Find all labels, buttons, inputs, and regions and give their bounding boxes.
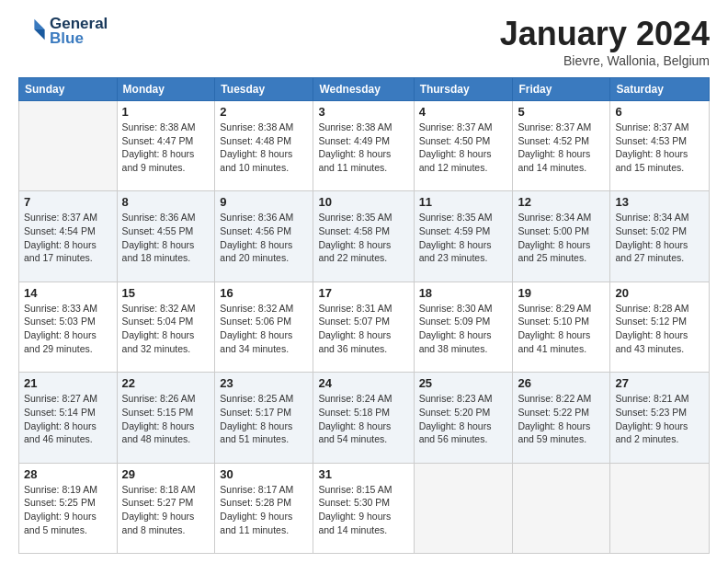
day-number: 12: [518, 195, 605, 209]
calendar-cell: 30Sunrise: 8:17 AMSunset: 5:28 PMDayligh…: [215, 463, 313, 553]
page: General Blue January 2024 Bievre, Wallon…: [0, 0, 728, 563]
calendar-cell: 6Sunrise: 8:37 AMSunset: 4:53 PMDaylight…: [610, 101, 710, 191]
calendar-cell: 1Sunrise: 8:38 AMSunset: 4:47 PMDaylight…: [117, 101, 215, 191]
calendar-cell: [513, 463, 610, 553]
day-info: Sunrise: 8:17 AMSunset: 5:28 PMDaylight:…: [220, 483, 308, 537]
calendar-cell: 7Sunrise: 8:37 AMSunset: 4:54 PMDaylight…: [19, 191, 118, 282]
day-info: Sunrise: 8:36 AMSunset: 4:56 PMDaylight:…: [220, 211, 308, 265]
day-number: 25: [419, 376, 508, 390]
calendar-cell: 11Sunrise: 8:35 AMSunset: 4:59 PMDayligh…: [414, 191, 513, 282]
calendar-cell: 27Sunrise: 8:21 AMSunset: 5:23 PMDayligh…: [610, 373, 710, 463]
day-info: Sunrise: 8:24 AMSunset: 5:18 PMDaylight:…: [318, 392, 408, 446]
day-number: 21: [24, 376, 112, 390]
day-number: 8: [122, 195, 210, 209]
logo: General Blue: [18, 15, 108, 48]
day-number: 22: [122, 376, 210, 390]
weekday-header: Monday: [117, 78, 215, 101]
calendar-cell: 3Sunrise: 8:38 AMSunset: 4:49 PMDaylight…: [313, 101, 414, 191]
calendar-cell: [414, 463, 513, 553]
day-info: Sunrise: 8:35 AMSunset: 4:59 PMDaylight:…: [419, 211, 508, 265]
day-number: 4: [419, 105, 508, 119]
weekday-header: Friday: [513, 78, 610, 101]
day-info: Sunrise: 8:36 AMSunset: 4:55 PMDaylight:…: [122, 211, 210, 265]
day-number: 16: [220, 286, 308, 300]
calendar-cell: 19Sunrise: 8:29 AMSunset: 5:10 PMDayligh…: [513, 282, 610, 372]
weekday-header: Sunday: [19, 78, 118, 101]
day-number: 18: [419, 286, 508, 300]
day-number: 31: [318, 467, 408, 481]
day-number: 5: [518, 105, 605, 119]
svg-marker-1: [34, 29, 44, 40]
day-number: 29: [122, 467, 210, 481]
weekday-header: Wednesday: [313, 78, 414, 101]
day-info: Sunrise: 8:38 AMSunset: 4:49 PMDaylight:…: [318, 121, 408, 175]
calendar-cell: [19, 101, 118, 191]
calendar-cell: [610, 463, 710, 553]
day-info: Sunrise: 8:15 AMSunset: 5:30 PMDaylight:…: [318, 483, 408, 537]
calendar-cell: 23Sunrise: 8:25 AMSunset: 5:17 PMDayligh…: [215, 373, 313, 463]
month-title: January 2024: [500, 15, 710, 53]
calendar-cell: 5Sunrise: 8:37 AMSunset: 4:52 PMDaylight…: [513, 101, 610, 191]
day-number: 13: [615, 195, 704, 209]
day-number: 17: [318, 286, 408, 300]
day-info: Sunrise: 8:35 AMSunset: 4:58 PMDaylight:…: [318, 211, 408, 265]
day-number: 11: [419, 195, 508, 209]
calendar-cell: 20Sunrise: 8:28 AMSunset: 5:12 PMDayligh…: [610, 282, 710, 372]
calendar-cell: 12Sunrise: 8:34 AMSunset: 5:00 PMDayligh…: [513, 191, 610, 282]
calendar-cell: 22Sunrise: 8:26 AMSunset: 5:15 PMDayligh…: [117, 373, 215, 463]
svg-marker-0: [34, 19, 44, 29]
calendar-cell: 14Sunrise: 8:33 AMSunset: 5:03 PMDayligh…: [19, 282, 118, 372]
day-info: Sunrise: 8:32 AMSunset: 5:06 PMDaylight:…: [220, 302, 308, 356]
weekday-header: Tuesday: [215, 78, 313, 101]
day-number: 10: [318, 195, 408, 209]
day-number: 3: [318, 105, 408, 119]
day-info: Sunrise: 8:23 AMSunset: 5:20 PMDaylight:…: [419, 392, 508, 446]
title-block: January 2024 Bievre, Wallonia, Belgium: [500, 15, 710, 68]
logo-icon: [20, 17, 46, 42]
header: General Blue January 2024 Bievre, Wallon…: [18, 15, 710, 68]
day-info: Sunrise: 8:28 AMSunset: 5:12 PMDaylight:…: [615, 302, 704, 356]
day-number: 1: [122, 105, 210, 119]
day-info: Sunrise: 8:38 AMSunset: 4:47 PMDaylight:…: [122, 121, 210, 175]
day-number: 28: [24, 467, 112, 481]
day-number: 20: [615, 286, 704, 300]
day-number: 19: [518, 286, 605, 300]
calendar-cell: 4Sunrise: 8:37 AMSunset: 4:50 PMDaylight…: [414, 101, 513, 191]
day-info: Sunrise: 8:22 AMSunset: 5:22 PMDaylight:…: [518, 392, 605, 446]
weekday-header: Thursday: [414, 78, 513, 101]
day-number: 2: [220, 105, 308, 119]
day-info: Sunrise: 8:19 AMSunset: 5:25 PMDaylight:…: [24, 483, 112, 537]
calendar-cell: 8Sunrise: 8:36 AMSunset: 4:55 PMDaylight…: [117, 191, 215, 282]
day-info: Sunrise: 8:37 AMSunset: 4:54 PMDaylight:…: [24, 211, 112, 265]
day-number: 30: [220, 467, 308, 481]
day-info: Sunrise: 8:18 AMSunset: 5:27 PMDaylight:…: [122, 483, 210, 537]
day-number: 14: [24, 286, 112, 300]
calendar-table: SundayMondayTuesdayWednesdayThursdayFrid…: [18, 77, 710, 554]
calendar-cell: 25Sunrise: 8:23 AMSunset: 5:20 PMDayligh…: [414, 373, 513, 463]
calendar-cell: 2Sunrise: 8:38 AMSunset: 4:48 PMDaylight…: [215, 101, 313, 191]
calendar-cell: 10Sunrise: 8:35 AMSunset: 4:58 PMDayligh…: [313, 191, 414, 282]
calendar-cell: 9Sunrise: 8:36 AMSunset: 4:56 PMDaylight…: [215, 191, 313, 282]
day-info: Sunrise: 8:33 AMSunset: 5:03 PMDaylight:…: [24, 302, 112, 356]
calendar-cell: 13Sunrise: 8:34 AMSunset: 5:02 PMDayligh…: [610, 191, 710, 282]
calendar-cell: 31Sunrise: 8:15 AMSunset: 5:30 PMDayligh…: [313, 463, 414, 553]
day-info: Sunrise: 8:26 AMSunset: 5:15 PMDaylight:…: [122, 392, 210, 446]
day-info: Sunrise: 8:21 AMSunset: 5:23 PMDaylight:…: [615, 392, 704, 446]
calendar-cell: 15Sunrise: 8:32 AMSunset: 5:04 PMDayligh…: [117, 282, 215, 372]
day-info: Sunrise: 8:34 AMSunset: 5:00 PMDaylight:…: [518, 211, 605, 265]
day-info: Sunrise: 8:32 AMSunset: 5:04 PMDaylight:…: [122, 302, 210, 356]
day-info: Sunrise: 8:31 AMSunset: 5:07 PMDaylight:…: [318, 302, 408, 356]
day-number: 26: [518, 376, 605, 390]
calendar-cell: 29Sunrise: 8:18 AMSunset: 5:27 PMDayligh…: [117, 463, 215, 553]
day-number: 15: [122, 286, 210, 300]
calendar-cell: 28Sunrise: 8:19 AMSunset: 5:25 PMDayligh…: [19, 463, 118, 553]
day-info: Sunrise: 8:37 AMSunset: 4:50 PMDaylight:…: [419, 121, 508, 175]
day-info: Sunrise: 8:25 AMSunset: 5:17 PMDaylight:…: [220, 392, 308, 446]
calendar-cell: 18Sunrise: 8:30 AMSunset: 5:09 PMDayligh…: [414, 282, 513, 372]
weekday-header: Saturday: [610, 78, 710, 101]
day-info: Sunrise: 8:37 AMSunset: 4:52 PMDaylight:…: [518, 121, 605, 175]
day-number: 23: [220, 376, 308, 390]
calendar-cell: 21Sunrise: 8:27 AMSunset: 5:14 PMDayligh…: [19, 373, 118, 463]
calendar-cell: 26Sunrise: 8:22 AMSunset: 5:22 PMDayligh…: [513, 373, 610, 463]
day-info: Sunrise: 8:29 AMSunset: 5:10 PMDaylight:…: [518, 302, 605, 356]
